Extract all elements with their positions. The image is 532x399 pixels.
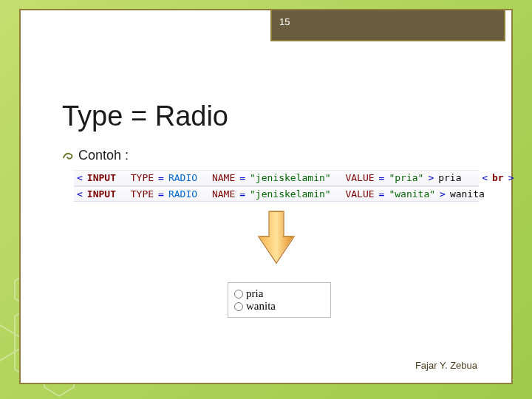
- code-line-1: <INPUT TYPE=RADIO NAME="jeniskelamin" VA…: [74, 170, 479, 186]
- radio-input-wanita[interactable]: [234, 302, 243, 311]
- radio-label: pria: [246, 287, 263, 300]
- bullet-label: Contoh :: [78, 148, 129, 163]
- page-number-badge: 15: [270, 9, 505, 41]
- slide-title: Type = Radio: [62, 100, 228, 132]
- bullet-contoh: Contoh :: [62, 148, 129, 163]
- swirl-bullet-icon: [62, 150, 74, 162]
- code-example: <INPUT TYPE=RADIO NAME="jeniskelamin" VA…: [74, 170, 479, 202]
- radio-label: wanita: [246, 300, 276, 313]
- slide-stage: 15 Type = Radio Contoh : <INPUT TYPE=RAD…: [0, 0, 532, 399]
- radio-option-wanita[interactable]: wanita: [234, 300, 324, 313]
- footer-author: Fajar Y. Zebua: [415, 360, 477, 371]
- radio-input-pria[interactable]: [234, 290, 243, 299]
- code-line-2: <INPUT TYPE=RADIO NAME="jeniskelamin" VA…: [74, 186, 479, 202]
- rendered-result: pria wanita: [228, 282, 331, 318]
- down-arrow-icon: [253, 208, 300, 267]
- content-frame: 15 Type = Radio Contoh : <INPUT TYPE=RAD…: [19, 9, 513, 384]
- page-number: 15: [279, 16, 290, 27]
- radio-option-pria[interactable]: pria: [234, 287, 324, 300]
- svg-marker-3: [0, 325, 15, 361]
